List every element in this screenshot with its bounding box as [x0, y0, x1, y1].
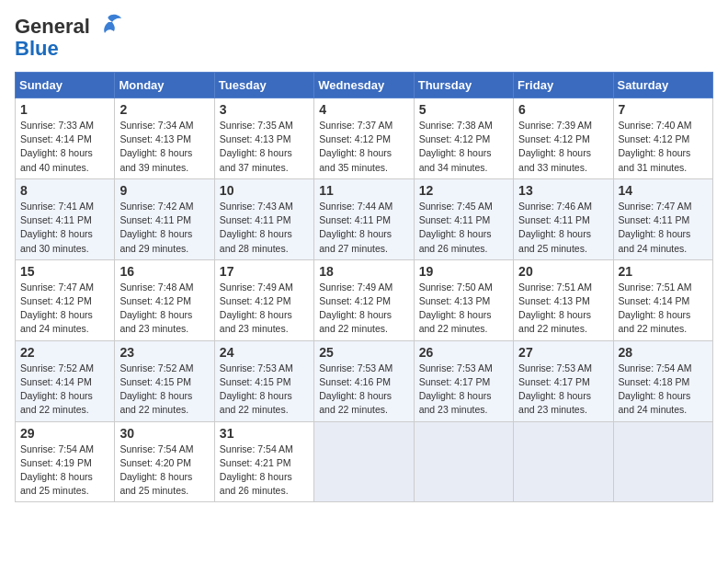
cell-info: Sunrise: 7:52 AMSunset: 4:15 PMDaylight:…: [119, 362, 209, 418]
logo-general: General: [15, 15, 90, 39]
cell-info: Sunrise: 7:49 AMSunset: 4:12 PMDaylight:…: [319, 281, 408, 337]
day-number: 12: [419, 183, 508, 198]
week-row-0: 1Sunrise: 7:33 AMSunset: 4:14 PMDaylight…: [16, 98, 713, 179]
cell-info: Sunrise: 7:53 AMSunset: 4:17 PMDaylight:…: [419, 362, 508, 418]
calendar-cell: 4Sunrise: 7:37 AMSunset: 4:12 PMDaylight…: [314, 98, 414, 179]
day-number: 29: [20, 426, 109, 441]
calendar-cell: 7Sunrise: 7:40 AMSunset: 4:12 PMDaylight…: [613, 98, 712, 179]
calendar-cell: 23Sunrise: 7:52 AMSunset: 4:15 PMDayligh…: [115, 340, 214, 421]
day-number: 18: [319, 264, 408, 279]
calendar-cell: 31Sunrise: 7:54 AMSunset: 4:21 PMDayligh…: [214, 421, 313, 502]
cell-info: Sunrise: 7:41 AMSunset: 4:11 PMDaylight:…: [20, 200, 109, 256]
cell-info: Sunrise: 7:50 AMSunset: 4:13 PMDaylight:…: [419, 281, 508, 337]
cell-info: Sunrise: 7:44 AMSunset: 4:11 PMDaylight:…: [319, 200, 408, 256]
column-header-tuesday: Tuesday: [214, 73, 313, 98]
calendar-cell: 19Sunrise: 7:50 AMSunset: 4:13 PMDayligh…: [414, 259, 513, 340]
calendar-cell: 29Sunrise: 7:54 AMSunset: 4:19 PMDayligh…: [16, 421, 115, 502]
calendar-cell: 27Sunrise: 7:53 AMSunset: 4:17 PMDayligh…: [514, 340, 613, 421]
calendar-cell: [414, 421, 513, 502]
cell-info: Sunrise: 7:47 AMSunset: 4:12 PMDaylight:…: [20, 281, 109, 337]
day-number: 5: [419, 102, 508, 117]
calendar-cell: [314, 421, 414, 502]
cell-info: Sunrise: 7:48 AMSunset: 4:12 PMDaylight:…: [119, 281, 209, 337]
day-number: 27: [518, 345, 608, 360]
day-number: 7: [619, 102, 708, 117]
column-header-wednesday: Wednesday: [314, 73, 414, 98]
cell-info: Sunrise: 7:42 AMSunset: 4:11 PMDaylight:…: [119, 200, 209, 256]
cell-info: Sunrise: 7:39 AMSunset: 4:12 PMDaylight:…: [518, 119, 608, 175]
calendar-cell: 24Sunrise: 7:53 AMSunset: 4:15 PMDayligh…: [214, 340, 313, 421]
week-row-1: 8Sunrise: 7:41 AMSunset: 4:11 PMDaylight…: [16, 178, 713, 259]
day-number: 16: [119, 264, 209, 279]
calendar-cell: 5Sunrise: 7:38 AMSunset: 4:12 PMDaylight…: [414, 98, 513, 179]
cell-info: Sunrise: 7:51 AMSunset: 4:13 PMDaylight:…: [518, 281, 608, 337]
calendar-cell: 22Sunrise: 7:52 AMSunset: 4:14 PMDayligh…: [16, 340, 115, 421]
day-number: 2: [119, 102, 209, 117]
day-number: 3: [220, 102, 309, 117]
day-number: 13: [518, 183, 608, 198]
day-number: 4: [319, 102, 408, 117]
day-number: 25: [319, 345, 408, 360]
day-number: 23: [119, 345, 209, 360]
calendar-cell: 13Sunrise: 7:46 AMSunset: 4:11 PMDayligh…: [514, 178, 613, 259]
calendar-cell: 30Sunrise: 7:54 AMSunset: 4:20 PMDayligh…: [115, 421, 214, 502]
cell-info: Sunrise: 7:45 AMSunset: 4:11 PMDaylight:…: [419, 200, 508, 256]
cell-info: Sunrise: 7:33 AMSunset: 4:14 PMDaylight:…: [20, 119, 109, 175]
cell-info: Sunrise: 7:40 AMSunset: 4:12 PMDaylight:…: [619, 119, 708, 175]
column-header-friday: Friday: [514, 73, 613, 98]
cell-info: Sunrise: 7:54 AMSunset: 4:20 PMDaylight:…: [119, 442, 209, 499]
day-number: 10: [220, 183, 309, 198]
calendar-cell: 6Sunrise: 7:39 AMSunset: 4:12 PMDaylight…: [514, 98, 613, 179]
week-row-3: 22Sunrise: 7:52 AMSunset: 4:14 PMDayligh…: [16, 340, 713, 421]
calendar-body: 1Sunrise: 7:33 AMSunset: 4:14 PMDaylight…: [16, 98, 713, 502]
calendar-cell: 11Sunrise: 7:44 AMSunset: 4:11 PMDayligh…: [314, 178, 414, 259]
calendar-cell: 20Sunrise: 7:51 AMSunset: 4:13 PMDayligh…: [514, 259, 613, 340]
column-header-thursday: Thursday: [414, 73, 513, 98]
calendar-cell: 21Sunrise: 7:51 AMSunset: 4:14 PMDayligh…: [613, 259, 712, 340]
day-number: 19: [419, 264, 508, 279]
logo: General Blue: [15, 15, 123, 61]
calendar-cell: 18Sunrise: 7:49 AMSunset: 4:12 PMDayligh…: [314, 259, 414, 340]
day-number: 1: [20, 102, 109, 117]
calendar-cell: 28Sunrise: 7:54 AMSunset: 4:18 PMDayligh…: [613, 340, 712, 421]
cell-info: Sunrise: 7:37 AMSunset: 4:12 PMDaylight:…: [319, 119, 408, 175]
day-number: 24: [220, 345, 309, 360]
cell-info: Sunrise: 7:54 AMSunset: 4:19 PMDaylight:…: [20, 442, 109, 499]
day-number: 28: [619, 345, 708, 360]
calendar-cell: 8Sunrise: 7:41 AMSunset: 4:11 PMDaylight…: [16, 178, 115, 259]
day-number: 30: [119, 426, 209, 441]
calendar-cell: [514, 421, 613, 502]
cell-info: Sunrise: 7:53 AMSunset: 4:17 PMDaylight:…: [518, 362, 608, 418]
calendar-cell: 3Sunrise: 7:35 AMSunset: 4:13 PMDaylight…: [214, 98, 313, 179]
day-number: 9: [119, 183, 209, 198]
calendar-cell: 10Sunrise: 7:43 AMSunset: 4:11 PMDayligh…: [214, 178, 313, 259]
day-number: 6: [518, 102, 608, 117]
cell-info: Sunrise: 7:47 AMSunset: 4:11 PMDaylight:…: [619, 200, 708, 256]
column-header-monday: Monday: [115, 73, 214, 98]
header-row: SundayMondayTuesdayWednesdayThursdayFrid…: [16, 73, 713, 98]
calendar-cell: [613, 421, 712, 502]
logo-bird-icon: [94, 13, 123, 37]
calendar-cell: 9Sunrise: 7:42 AMSunset: 4:11 PMDaylight…: [115, 178, 214, 259]
week-row-2: 15Sunrise: 7:47 AMSunset: 4:12 PMDayligh…: [16, 259, 713, 340]
week-row-4: 29Sunrise: 7:54 AMSunset: 4:19 PMDayligh…: [16, 421, 713, 502]
cell-info: Sunrise: 7:54 AMSunset: 4:21 PMDaylight:…: [220, 442, 309, 499]
cell-info: Sunrise: 7:49 AMSunset: 4:12 PMDaylight:…: [220, 281, 309, 337]
cell-info: Sunrise: 7:53 AMSunset: 4:16 PMDaylight:…: [319, 362, 408, 418]
day-number: 22: [20, 345, 109, 360]
calendar-cell: 2Sunrise: 7:34 AMSunset: 4:13 PMDaylight…: [115, 98, 214, 179]
day-number: 26: [419, 345, 508, 360]
page-header: General Blue: [15, 15, 713, 61]
calendar-cell: 1Sunrise: 7:33 AMSunset: 4:14 PMDaylight…: [16, 98, 115, 179]
day-number: 21: [619, 264, 708, 279]
cell-info: Sunrise: 7:53 AMSunset: 4:15 PMDaylight:…: [220, 362, 309, 418]
day-number: 20: [518, 264, 608, 279]
column-header-saturday: Saturday: [613, 73, 712, 98]
calendar-cell: 16Sunrise: 7:48 AMSunset: 4:12 PMDayligh…: [115, 259, 214, 340]
logo-blue: Blue: [15, 37, 59, 60]
day-number: 14: [619, 183, 708, 198]
calendar-table: SundayMondayTuesdayWednesdayThursdayFrid…: [15, 72, 713, 502]
column-header-sunday: Sunday: [16, 73, 115, 98]
cell-info: Sunrise: 7:46 AMSunset: 4:11 PMDaylight:…: [518, 200, 608, 256]
cell-info: Sunrise: 7:51 AMSunset: 4:14 PMDaylight:…: [619, 281, 708, 337]
